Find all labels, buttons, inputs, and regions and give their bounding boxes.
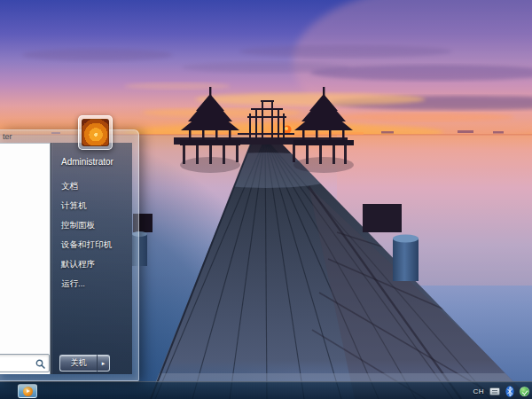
menu-item-run[interactable]: 运行... (61, 274, 136, 293)
menu-item-computer[interactable]: 计算机 (61, 196, 136, 215)
green-status-icon[interactable] (520, 387, 529, 396)
wmp-orb (23, 387, 33, 396)
user-name-label[interactable]: Administrator (61, 157, 113, 167)
menu-item-default-programs[interactable]: 默认程序 (61, 254, 136, 274)
language-indicator[interactable]: CH (473, 387, 484, 395)
shutdown-options-button[interactable]: ▸ (98, 355, 110, 372)
start-menu-search-input[interactable] (0, 356, 35, 371)
user-avatar[interactable] (78, 115, 113, 150)
desktop: CH ter Administrator (0, 0, 532, 399)
windows-media-player-icon[interactable] (18, 384, 37, 398)
avatar-flower-image (82, 119, 109, 146)
menu-item-control-panel[interactable]: 控制面板 (61, 215, 136, 235)
bluetooth-icon[interactable] (505, 386, 514, 397)
menu-item-devices-printers[interactable]: 设备和打印机 (61, 235, 136, 254)
menu-item-documents[interactable]: 文档 (61, 176, 136, 196)
partial-program-label[interactable]: ter (3, 132, 12, 141)
start-menu-left-pane (0, 143, 51, 374)
taskbar[interactable]: CH (0, 381, 532, 399)
start-menu: ter Administrator 文档 计算机 控制面板 设备和打印机 默认程… (0, 129, 139, 381)
play-icon (27, 389, 30, 393)
chevron-right-icon: ▸ (102, 360, 106, 367)
shutdown-button[interactable]: 关机 (59, 355, 98, 372)
touch-keyboard-icon[interactable] (489, 387, 500, 395)
system-tray[interactable]: CH (473, 382, 529, 399)
start-menu-items: 文档 计算机 控制面板 设备和打印机 默认程序 运行... (61, 176, 136, 293)
search-icon (35, 359, 45, 369)
shutdown-row: 关机 ▸ (59, 355, 110, 372)
start-menu-search-box[interactable] (0, 354, 50, 372)
